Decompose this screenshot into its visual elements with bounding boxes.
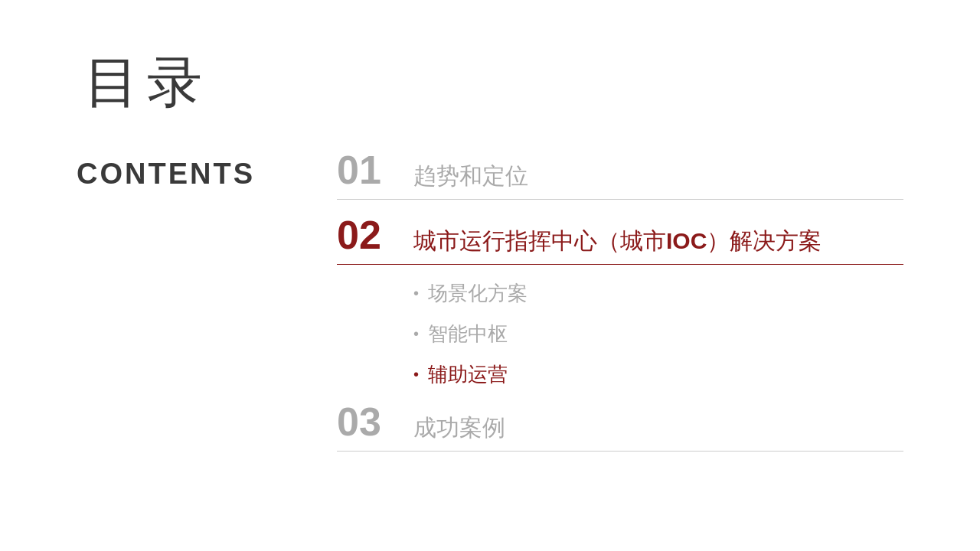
sub-item-scene-text: 场景化方案 [428, 280, 528, 307]
menu-item-02[interactable]: 02 城市运行指挥中心（城市IOC）解决方案 [337, 215, 903, 265]
page: 目录 CONTENTS 01 趋势和定位 02 城市运行指挥中心（城市IOC）解… [0, 0, 980, 551]
menu-text-01: 趋势和定位 [413, 162, 528, 190]
contents-label: CONTENTS [77, 158, 322, 191]
menu-text-03: 成功案例 [413, 414, 505, 442]
sub-item-assist[interactable]: • 辅助运营 [413, 361, 903, 388]
menu-item-03[interactable]: 03 成功案例 [337, 402, 903, 452]
menu-number-03: 03 [337, 402, 406, 442]
menu-text-02: 城市运行指挥中心（城市IOC）解决方案 [413, 227, 822, 255]
bullet-smart: • [413, 325, 419, 343]
right-panel: 01 趋势和定位 02 城市运行指挥中心（城市IOC）解决方案 • 场景化方案 … [322, 150, 903, 467]
bullet-assist: • [413, 366, 419, 383]
menu-number-01: 01 [337, 150, 406, 190]
sub-item-smart[interactable]: • 智能中枢 [413, 321, 903, 347]
sub-items-02: • 场景化方案 • 智能中枢 • 辅助运营 [413, 280, 903, 388]
sub-item-scene[interactable]: • 场景化方案 [413, 280, 903, 307]
sub-item-smart-text: 智能中枢 [428, 321, 508, 347]
menu-number-02: 02 [337, 215, 406, 255]
page-title-chinese: 目录 [84, 46, 903, 119]
left-panel: CONTENTS [77, 150, 322, 191]
menu-item-01[interactable]: 01 趋势和定位 [337, 150, 903, 200]
main-content: CONTENTS 01 趋势和定位 02 城市运行指挥中心（城市IOC）解决方案… [77, 150, 903, 467]
bullet-scene: • [413, 285, 419, 302]
sub-item-assist-text: 辅助运营 [428, 361, 508, 388]
